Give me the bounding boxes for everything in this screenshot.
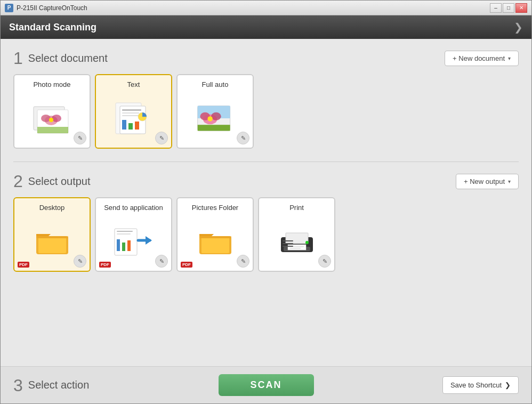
section1-label: Select document bbox=[28, 52, 108, 64]
output-card-grid: Desktop PDF ✎ bbox=[13, 197, 519, 272]
section-select-output: 2 Select output + New output ▾ Desktop bbox=[13, 173, 519, 272]
section2-number: 2 bbox=[13, 173, 23, 190]
main-window: P P-215II CaptureOnTouch – □ ✕ Standard … bbox=[0, 0, 532, 404]
desktop-card[interactable]: Desktop PDF ✎ bbox=[13, 197, 91, 272]
print-edit-button[interactable]: ✎ bbox=[318, 255, 331, 268]
svg-rect-12 bbox=[122, 120, 126, 130]
print-card[interactable]: Print bbox=[258, 197, 335, 272]
save-to-shortcut-button[interactable]: Save to Shortcut ❯ bbox=[442, 376, 519, 394]
section2-label: Select output bbox=[28, 175, 91, 188]
scan-button[interactable]: SCAN bbox=[219, 374, 314, 396]
titlebar: P P-215II CaptureOnTouch – □ ✕ bbox=[1, 1, 531, 15]
svg-rect-34 bbox=[290, 248, 301, 249]
section1-title: 1 Select document bbox=[13, 50, 108, 67]
svg-point-4 bbox=[52, 115, 61, 122]
svg-rect-22 bbox=[198, 125, 230, 131]
section2-header: 2 Select output + New output ▾ bbox=[13, 173, 519, 190]
svg-rect-6 bbox=[37, 127, 68, 133]
send-to-app-edit-button[interactable]: ✎ bbox=[155, 255, 168, 268]
svg-rect-38 bbox=[283, 246, 293, 247]
section1-number: 1 bbox=[13, 50, 23, 67]
minimize-button[interactable]: – bbox=[490, 3, 502, 13]
text-card[interactable]: Text bbox=[95, 74, 172, 149]
photo-mode-card[interactable]: Photo mode bbox=[13, 74, 91, 149]
new-document-dropdown-icon: ▾ bbox=[508, 55, 511, 61]
svg-rect-10 bbox=[122, 112, 139, 114]
document-card-grid: Photo mode bbox=[13, 74, 519, 149]
svg-point-21 bbox=[207, 116, 212, 121]
new-output-dropdown-icon: ▾ bbox=[508, 179, 511, 184]
svg-rect-37 bbox=[283, 243, 293, 244]
close-button[interactable]: ✕ bbox=[515, 3, 527, 13]
desktop-card-title: Desktop bbox=[39, 204, 65, 212]
svg-rect-26 bbox=[127, 240, 131, 251]
text-card-title: Text bbox=[127, 80, 140, 88]
main-content: 1 Select document + New document ▾ Photo… bbox=[1, 39, 531, 366]
send-to-app-pdf-badge: PDF bbox=[99, 262, 111, 268]
page-title: Standard Scanning bbox=[9, 22, 96, 33]
window-controls: – □ ✕ bbox=[490, 3, 527, 13]
pictures-folder-card-title: Pictures Folder bbox=[192, 204, 238, 212]
section2-title: 2 Select output bbox=[13, 173, 91, 190]
back-arrow-icon[interactable]: ❯ bbox=[514, 21, 523, 34]
restore-button[interactable]: □ bbox=[503, 3, 514, 13]
new-output-button[interactable]: + New output ▾ bbox=[456, 174, 519, 189]
section1-header: 1 Select document + New document ▾ bbox=[13, 50, 519, 67]
photo-mode-edit-button[interactable]: ✎ bbox=[74, 132, 86, 144]
svg-rect-24 bbox=[117, 239, 120, 251]
save-to-shortcut-label: Save to Shortcut bbox=[450, 381, 502, 389]
section-select-document: 1 Select document + New document ▾ Photo… bbox=[13, 50, 519, 149]
svg-rect-28 bbox=[117, 233, 131, 235]
section3-label: Select action bbox=[28, 379, 90, 391]
full-auto-card[interactable]: Full auto bbox=[176, 74, 254, 149]
send-to-app-card[interactable]: Send to application bbox=[95, 197, 172, 272]
full-auto-edit-button[interactable]: ✎ bbox=[237, 132, 249, 144]
svg-point-5 bbox=[49, 118, 53, 122]
svg-rect-9 bbox=[122, 109, 141, 111]
photo-mode-card-title: Photo mode bbox=[33, 80, 70, 88]
svg-rect-13 bbox=[128, 123, 133, 130]
svg-point-35 bbox=[305, 241, 309, 244]
save-to-shortcut-arrow-icon: ❯ bbox=[505, 381, 511, 389]
svg-rect-14 bbox=[135, 122, 139, 130]
svg-rect-25 bbox=[122, 243, 125, 251]
section3-number: 3 bbox=[13, 377, 23, 394]
section-divider bbox=[13, 161, 519, 162]
app-icon: P bbox=[5, 4, 13, 12]
svg-rect-27 bbox=[117, 231, 133, 232]
svg-rect-30 bbox=[286, 233, 308, 244]
new-document-button[interactable]: + New document ▾ bbox=[445, 51, 519, 66]
svg-point-3 bbox=[41, 115, 51, 122]
bottom-bar: 3 Select action SCAN Save to Shortcut ❯ bbox=[1, 366, 531, 403]
section3-title: 3 Select action bbox=[13, 377, 219, 394]
text-card-edit-button[interactable]: ✎ bbox=[155, 132, 168, 144]
svg-rect-32 bbox=[288, 245, 306, 250]
desktop-edit-button[interactable]: ✎ bbox=[74, 255, 86, 268]
desktop-pdf-badge: PDF bbox=[18, 262, 29, 268]
svg-rect-36 bbox=[283, 240, 293, 241]
pictures-folder-card[interactable]: Pictures Folder PDF ✎ bbox=[176, 197, 254, 272]
window-title: P-215II CaptureOnTouch bbox=[17, 4, 490, 12]
pictures-folder-edit-button[interactable]: ✎ bbox=[237, 255, 249, 268]
send-to-app-card-title: Send to application bbox=[104, 204, 163, 212]
full-auto-card-title: Full auto bbox=[202, 80, 229, 88]
svg-rect-11 bbox=[122, 115, 140, 116]
svg-point-20 bbox=[211, 112, 221, 120]
pictures-folder-pdf-badge: PDF bbox=[181, 262, 192, 268]
header-bar: Standard Scanning ❯ bbox=[1, 15, 531, 39]
print-card-title: Print bbox=[289, 204, 304, 212]
